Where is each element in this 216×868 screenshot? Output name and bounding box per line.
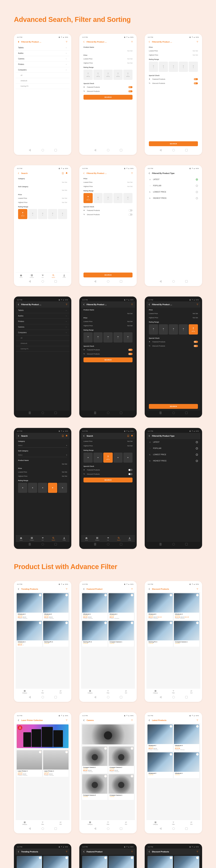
product-card[interactable]: ♡ Ultrabook 2 ★★★★★ $60.00$60.00 0 ratin…	[43, 856, 69, 868]
product-card[interactable]: ♡ Ultrabook 4 ★★★★★ $80.00 0 ratings / 0…	[109, 856, 134, 868]
filter-icon[interactable]	[131, 719, 133, 721]
favorite-icon[interactable]: ♡	[131, 622, 133, 624]
filter-icon[interactable]	[196, 41, 198, 43]
category-select[interactable]: Select▾	[18, 443, 67, 447]
bookmark-icon[interactable]	[127, 435, 129, 437]
product-card[interactable]: ♡ Ultrabook 3 ★★★★★	[147, 752, 173, 778]
filter-icon[interactable]	[131, 41, 133, 43]
back-icon[interactable]	[18, 435, 20, 437]
category-row[interactable]: Camera	[16, 56, 70, 62]
product-card[interactable]: ♡ Ultrabook 1 ★★★★★ $30.00$40.00 0 ratin…	[82, 593, 107, 620]
back-icon[interactable]	[83, 719, 85, 721]
product-card[interactable]: ♡ Ultrabook 3 ★★★★★ $80.00$80.00 5 ratin…	[17, 856, 42, 868]
subcategory-row[interactable]: All	[16, 73, 70, 78]
tab-category[interactable]: Category	[16, 820, 33, 826]
back-icon[interactable]	[148, 435, 151, 437]
favorite-icon[interactable]: ♡	[104, 747, 107, 750]
nav-category[interactable]: Category	[26, 274, 37, 278]
product-card[interactable]: ♡ Compact Camera 1 ★★★★★ $20.00$20.00 0 …	[82, 746, 107, 773]
favorite-icon[interactable]: ♡	[170, 622, 172, 624]
back-icon[interactable]	[148, 850, 151, 853]
category-row[interactable]: Computers	[16, 67, 70, 73]
nav-search[interactable]: Search	[48, 274, 59, 278]
tab-filter[interactable]: Filter	[99, 820, 117, 826]
favorite-icon[interactable]: ♡	[196, 622, 198, 624]
search-button[interactable]: SEARCH	[83, 95, 133, 100]
back-icon[interactable]	[18, 303, 20, 306]
tab-filter[interactable]: Filter	[99, 688, 117, 695]
back-icon[interactable]	[18, 41, 20, 43]
filter-icon[interactable]	[131, 850, 133, 853]
back-icon[interactable]	[148, 41, 151, 43]
tab-filter[interactable]: Filter	[33, 820, 52, 826]
product-card[interactable]: ♡ Ultrabook 1 ★★★★★	[174, 752, 199, 778]
product-card[interactable]: ♡ Ultrabook 3 ★★★★★ $80.00$80.00 5 ratin…	[17, 593, 42, 620]
filter-icon[interactable]	[196, 303, 198, 306]
filter-icon[interactable]	[131, 303, 133, 306]
product-card[interactable]: ♡ Compact Camera 2 ★★★★★ $22.00$22.00 0 …	[109, 746, 134, 773]
tab-filter[interactable]: Filter	[33, 688, 52, 695]
product-card[interactable]: ♡ Laser Printer 3 ★★★★★ $18.00$40.00 0 r…	[17, 750, 42, 777]
favorite-icon[interactable]: ♡	[104, 622, 107, 624]
nav-home[interactable]: Home	[16, 274, 26, 278]
product-card[interactable]: ♡ Ultrabook 2 ★★★★★ $60.00$60.00 0 ratin…	[147, 724, 173, 751]
product-card[interactable]: ♡ Ultrabook 4 ★★★★★ $112.00$80.00 $12.40…	[174, 856, 199, 868]
favorite-icon[interactable]: ♡	[131, 747, 133, 750]
back-icon[interactable]	[83, 435, 85, 437]
product-card[interactable]: ♡ Ultrabook 1 ★★★★★ $30.00$40.00 0 ratin…	[82, 856, 107, 868]
tab-category[interactable]: Category	[146, 820, 164, 826]
filter-icon[interactable]	[65, 303, 68, 306]
filter-icon[interactable]	[65, 850, 68, 853]
favorite-icon[interactable]: ♡	[104, 594, 107, 596]
product-card[interactable]: ♡ Gaming PC 3 ★★★★★	[82, 621, 107, 647]
bell-icon[interactable]	[65, 435, 68, 437]
tab-sort[interactable]: Sort	[183, 688, 200, 695]
rating-option[interactable]: ★4and up	[113, 70, 123, 80]
bookmark-icon[interactable]	[61, 435, 64, 437]
product-card[interactable]: ♡ Ultrabook 3 ★★★★★ $80.00$80.00 $10.40 …	[147, 856, 173, 868]
favorite-icon[interactable]: ♡	[39, 622, 42, 624]
favorite-icon[interactable]: ♡	[131, 775, 133, 777]
subcategory-row[interactable]: Ultrabook	[16, 78, 70, 84]
favorite-icon[interactable]: ♡	[39, 751, 42, 753]
product-card[interactable]: ♡ Ultrabook 4 ★★★★★ $80.00 0 ratings / 0…	[109, 593, 134, 620]
bookmark-icon[interactable]	[61, 172, 64, 175]
promo-banner[interactable]: 30%off	[17, 724, 69, 748]
favorite-icon[interactable]: ♡	[104, 775, 107, 777]
favorite-icon[interactable]: ♡	[196, 594, 198, 596]
back-icon[interactable]	[148, 172, 151, 175]
favorite-icon[interactable]: ♡	[170, 594, 172, 596]
product-card[interactable]: ♡ Ultrabook 4 ★★★★★ $112.00 0 ratings / …	[174, 724, 199, 751]
back-icon[interactable]	[18, 172, 20, 175]
featured-toggle[interactable]: ◈Featured Products	[81, 85, 135, 89]
back-icon[interactable]	[18, 719, 20, 721]
product-card[interactable]: ♡ Gaming PC 3 ★★★★★	[43, 621, 69, 647]
tab-sort[interactable]: Sort	[117, 820, 135, 826]
back-icon[interactable]	[83, 41, 85, 43]
search-button[interactable]: SEARCH	[149, 141, 198, 146]
rating-option[interactable]: ★1and up	[83, 70, 93, 80]
tab-category[interactable]: Category	[146, 688, 164, 695]
search-button[interactable]: SEARCH	[83, 273, 133, 277]
favorite-icon[interactable]: ♡	[196, 725, 198, 727]
back-icon[interactable]	[148, 588, 151, 590]
favorite-icon[interactable]: ♡	[170, 725, 172, 727]
favorite-icon[interactable]: ♡	[39, 594, 42, 596]
back-icon[interactable]	[83, 172, 85, 175]
rating-option[interactable]: ★2and up	[93, 70, 103, 80]
product-card[interactable]: ♡ Ultrabook 2 ★★★★★ $60.00$60.00 0 ratin…	[43, 593, 69, 620]
filter-icon[interactable]	[131, 588, 133, 590]
category-row[interactable]: Printers	[16, 62, 70, 67]
favorite-icon[interactable]: ♡	[196, 857, 198, 859]
nav-profile[interactable]: Profile	[59, 274, 70, 278]
product-card[interactable]: ♡ Compact Camera 1 ★★★★★	[109, 621, 134, 647]
rating-option[interactable]: ★3and up	[103, 70, 112, 80]
search-button[interactable]: SEARCH	[83, 358, 133, 362]
nav-cart[interactable]: Cart	[37, 274, 48, 278]
favorite-icon[interactable]: ♡	[65, 857, 68, 859]
category-row[interactable]: Tablets	[16, 45, 70, 51]
favorite-icon[interactable]: ♡	[65, 622, 68, 624]
product-card[interactable]: ♡ Ultrabook 3 ★★★★★ $80.00$80.00 $10.40 …	[147, 593, 173, 620]
sort-option[interactable]: ↑POPULAR	[146, 183, 200, 189]
product-card[interactable]: ♡ Gaming PC 3 ★★★★★	[147, 621, 173, 647]
